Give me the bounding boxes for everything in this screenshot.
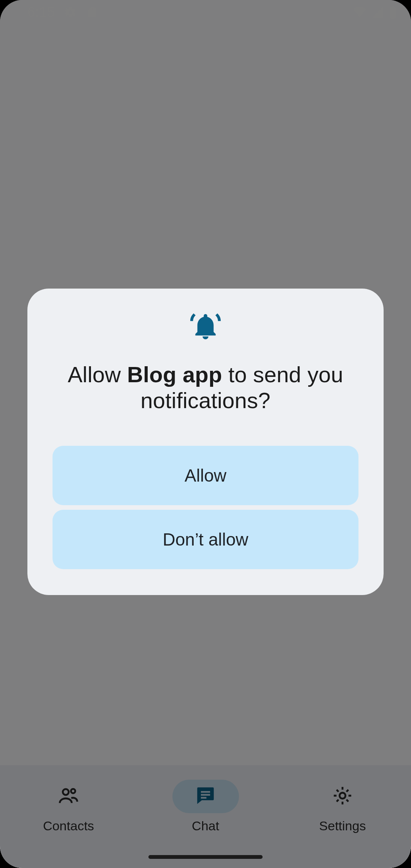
notification-permission-dialog: Allow Blog app to send you notifications… <box>27 289 384 595</box>
allow-button[interactable]: Allow <box>53 446 358 505</box>
bell-icon <box>190 311 221 343</box>
dialog-title-prefix: Allow <box>68 362 127 387</box>
dont-allow-button[interactable]: Don’t allow <box>53 510 358 569</box>
gesture-nav-bar[interactable] <box>148 855 263 859</box>
dialog-title: Allow Blog app to send you notifications… <box>53 362 358 414</box>
dialog-app-name: Blog app <box>127 362 222 387</box>
device-frame: Contacts Chat <box>0 0 411 868</box>
